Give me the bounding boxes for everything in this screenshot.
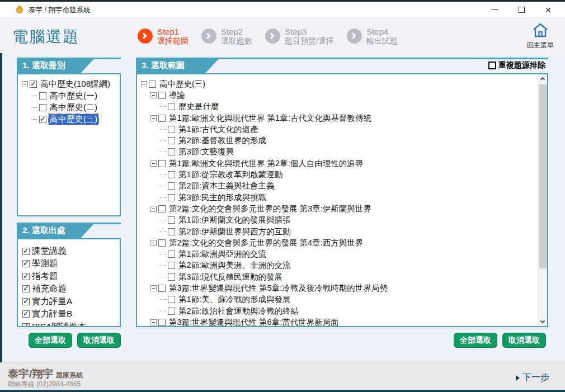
checkbox[interactable] [168,251,175,258]
checkbox[interactable] [22,285,30,292]
tree-item[interactable]: 高中歷史(一) [19,90,119,102]
tree-item-label[interactable]: 第3節:現代反殖民運動的發展 [177,272,284,282]
tree-item-label[interactable]: 第3篇:世界變遷與現代性 第5章:冷戰及後冷戰時期的世界局勢 [168,283,389,294]
checkbox[interactable] [22,248,30,255]
tree-item-label[interactable]: 高中歷史(三) [158,79,206,89]
home-button[interactable]: 回主選單 [522,22,558,50]
scroll-down-icon[interactable] [538,317,548,326]
deselect-range-button[interactable]: 取消選取 [502,333,546,348]
checkbox[interactable] [158,160,166,167]
checkbox[interactable] [168,137,175,144]
checkbox[interactable] [158,319,166,326]
tree-item-label[interactable]: 第1節:美、蘇冷戰的形成與發展 [177,294,292,305]
tree-item-label[interactable]: 高中歷史(三) [49,114,98,125]
tree-item[interactable]: 歷史是什麼 [138,101,536,112]
tree-item[interactable]: 導論 [138,89,536,101]
tree-item-label[interactable]: 第2篇:文化的交會與多元世界的發展 第4章:西方與世界 [168,238,364,248]
tree-item-label[interactable]: 第1篇:歐洲文化與現代世界 第1章:古代文化與基督教傳統 [168,113,373,124]
checkbox[interactable] [168,308,175,315]
checkbox[interactable] [168,103,175,110]
collapse-icon[interactable] [150,285,157,291]
collapse-icon[interactable] [150,160,157,167]
checkbox[interactable] [39,116,46,123]
checkbox[interactable] [22,260,30,267]
tree-item-label[interactable]: 高中歷史(二) [49,102,98,113]
collapse-icon[interactable] [150,206,157,212]
tree-item[interactable]: 第2節:歐洲與美洲、非洲的交流 [138,260,536,271]
checkbox[interactable] [168,126,175,133]
collapse-icon[interactable] [150,115,157,121]
checkbox[interactable] [158,285,166,292]
collapse-icon[interactable] [150,240,157,246]
tree-item-label[interactable]: 第2節:資本主義與社會主義 [177,181,276,191]
next-step-button[interactable]: 下一步 [516,372,549,384]
checkbox[interactable] [168,182,175,190]
tree-item-label[interactable]: 第1節:從宗教改革到啟蒙運動 [177,169,284,180]
tree-item[interactable]: 第2篇:文化的交會與多元世界的發展 第4章:西方與世界 [138,237,536,248]
collapse-icon[interactable] [22,81,28,87]
tree-item[interactable]: 第2節:基督教世界的形成 [138,135,536,146]
checkbox[interactable] [39,104,46,111]
checkbox[interactable] [168,216,175,224]
checkbox[interactable] [22,310,30,318]
collapse-icon[interactable] [150,319,157,325]
checkbox[interactable] [168,171,175,178]
minimize-button[interactable] [481,2,508,18]
step-2[interactable]: Step2選取題數 [201,27,252,45]
step-4[interactable]: Step4輸出試題 [347,27,398,45]
checkbox[interactable] [168,148,175,155]
tree-item-label[interactable]: 第3節:民主的形成與挑戰 [177,192,267,203]
checkbox[interactable] [158,239,166,247]
scroll-up-icon[interactable] [538,74,548,84]
collapse-icon[interactable] [150,92,157,98]
source-option[interactable]: 實力評量A [22,295,120,308]
checkbox[interactable] [168,228,175,235]
tree-item-label[interactable]: 高中歷史(108課綱) [39,79,111,89]
tree-item[interactable]: 第3節:現代反殖民運動的發展 [138,271,536,282]
checkbox[interactable] [168,194,175,201]
checkbox[interactable] [158,115,166,122]
tree-item-label[interactable]: 歷史是什麼 [177,101,220,112]
checkbox[interactable] [158,92,166,99]
select-all-range-button[interactable]: 全部選取 [454,333,497,348]
select-all-sources-button[interactable]: 全部選取 [29,333,72,348]
checkbox[interactable] [22,298,30,305]
source-option[interactable]: 指考題 [22,270,120,283]
source-option[interactable]: 補充命題 [22,283,120,296]
tree-item-label[interactable]: 第2節:伊斯蘭世界與西方的互動 [177,226,292,237]
tree-item[interactable]: 第2節:政治社會運動與冷戰的終結 [138,305,536,317]
deselect-sources-button[interactable]: 取消選取 [77,333,121,348]
collapse-icon[interactable] [141,81,147,87]
checkbox[interactable] [39,92,46,100]
tree-item-label[interactable]: 第2節:政治社會運動與冷戰的終結 [177,306,300,317]
tree-item-label[interactable]: 第1篇:歐洲文化與現代世界 第2章:個人自由理性的追尋 [168,158,364,169]
tree-item[interactable]: 高中歷史(三) [138,78,536,89]
tree-item[interactable]: 高中歷史(三) [19,114,119,125]
checkbox[interactable] [30,81,37,88]
checkbox[interactable] [168,262,175,269]
tree-item-label[interactable]: 第1節:伊斯蘭文化的發展與擴張 [177,215,292,225]
step-3[interactable]: Step3題目預覽/選擇 [265,27,334,45]
tree-item-label[interactable]: 第1節:古代文化的遺產 [177,124,260,135]
checkbox[interactable] [22,273,30,280]
tree-item[interactable]: 第2節:伊斯蘭世界與西方的互動 [138,226,536,237]
tree-item-label[interactable]: 第1節:歐洲與亞洲的交流 [177,249,267,259]
tree-item[interactable]: 第2節:資本主義與社會主義 [138,181,536,192]
tree-item-label[interactable]: 第3節:文藝復興 [177,147,235,157]
tree-item[interactable]: 第1節:伊斯蘭文化的發展與擴張 [138,215,536,226]
source-option[interactable]: 學測題 [22,258,120,271]
source-option[interactable]: PISA閱讀題本 [22,320,120,327]
tree-item[interactable]: 第1節:古代文化的遺產 [138,124,536,135]
tree-item[interactable]: 第2篇:文化的交會與多元世界的發展 第3章:伊斯蘭與世界 [138,203,536,214]
tree-item-label[interactable]: 第3篇:世界變遷與現代性 第6章:當代世界新局面 [168,317,340,327]
step-1[interactable]: Step1選擇範圍 [138,27,189,45]
dedupe-checkbox[interactable] [488,62,496,69]
tree-item[interactable]: 第1篇:歐洲文化與現代世界 第1章:古代文化與基督教傳統 [138,112,536,124]
scrollbar-thumb[interactable] [539,84,547,268]
checkbox[interactable] [22,323,30,327]
tree-item[interactable]: 第3篇:世界變遷與現代性 第5章:冷戰及後冷戰時期的世界局勢 [138,282,536,294]
source-option[interactable]: 實力評量B [22,308,120,321]
tree-item[interactable]: 第3節:文藝復興 [138,147,536,158]
maximize-button[interactable] [508,2,535,18]
dedupe-checkbox-group[interactable]: 重複題源排除 [488,60,545,70]
